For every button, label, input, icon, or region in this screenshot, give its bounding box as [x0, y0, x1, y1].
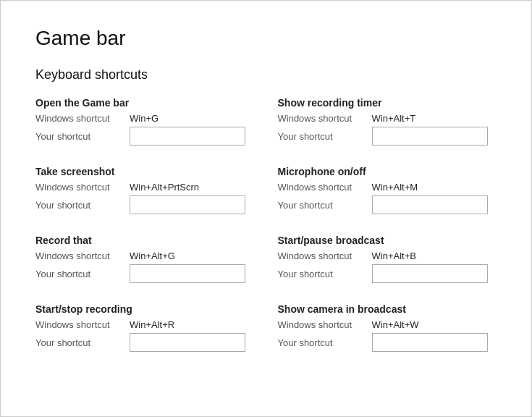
shortcut-group-start-pause-broadcast: Start/pause broadcast Windows shortcut W… — [278, 235, 497, 289]
windows-shortcut-row-microphone-onoff: Windows shortcut Win+Alt+M — [278, 182, 497, 193]
your-label-show-camera-broadcast: Your shortcut — [278, 337, 372, 348]
your-shortcut-input-start-pause-broadcast[interactable] — [372, 264, 488, 283]
shortcut-action-start-stop-recording: Start/stop recording — [35, 303, 255, 315]
windows-shortcut-row-take-screenshot: Windows shortcut Win+Alt+PrtScrn — [35, 182, 255, 193]
your-shortcut-input-show-camera-broadcast[interactable] — [372, 333, 488, 352]
page-container: Game bar Keyboard shortcuts Open the Gam… — [0, 0, 532, 417]
shortcuts-grid: Open the Game bar Windows shortcut Win+G… — [35, 97, 497, 372]
shortcut-group-record-that: Record that Windows shortcut Win+Alt+G Y… — [35, 235, 255, 289]
windows-label-record-that: Windows shortcut — [35, 250, 130, 261]
windows-label-microphone-onoff: Windows shortcut — [278, 182, 372, 193]
your-shortcut-input-take-screenshot[interactable] — [130, 195, 245, 214]
shortcut-group-show-camera-broadcast: Show camera in broadcast Windows shortcu… — [278, 303, 497, 358]
your-shortcut-row-start-pause-broadcast: Your shortcut — [278, 264, 497, 283]
your-shortcut-input-record-that[interactable] — [130, 264, 245, 283]
your-shortcut-input-microphone-onoff[interactable] — [372, 195, 488, 214]
windows-value-show-recording-timer: Win+Alt+T — [372, 113, 430, 124]
shortcut-group-microphone-onoff: Microphone on/off Windows shortcut Win+A… — [278, 166, 497, 220]
your-label-microphone-onoff: Your shortcut — [278, 200, 372, 211]
windows-value-show-camera-broadcast: Win+Alt+W — [372, 319, 430, 330]
windows-shortcut-row-start-stop-recording: Windows shortcut Win+Alt+R — [35, 319, 255, 330]
windows-value-microphone-onoff: Win+Alt+M — [372, 182, 430, 193]
shortcut-action-microphone-onoff: Microphone on/off — [278, 166, 497, 177]
windows-label-take-screenshot: Windows shortcut — [35, 182, 130, 193]
your-shortcut-row-show-recording-timer: Your shortcut — [278, 127, 497, 146]
windows-label-start-pause-broadcast: Windows shortcut — [278, 250, 372, 261]
your-label-start-stop-recording: Your shortcut — [35, 337, 130, 348]
windows-shortcut-row-open-game-bar: Windows shortcut Win+G — [35, 113, 255, 124]
your-shortcut-input-show-recording-timer[interactable] — [372, 127, 488, 146]
shortcut-action-show-camera-broadcast: Show camera in broadcast — [278, 303, 497, 315]
windows-label-show-recording-timer: Windows shortcut — [278, 113, 372, 124]
windows-value-open-game-bar: Win+G — [130, 113, 187, 124]
your-shortcut-row-open-game-bar: Your shortcut — [35, 127, 255, 146]
windows-shortcut-row-show-recording-timer: Windows shortcut Win+Alt+T — [278, 113, 497, 124]
your-shortcut-row-record-that: Your shortcut — [35, 264, 255, 283]
windows-value-record-that: Win+Alt+G — [130, 250, 187, 261]
your-shortcut-row-show-camera-broadcast: Your shortcut — [278, 333, 497, 352]
windows-value-take-screenshot: Win+Alt+PrtScrn — [130, 182, 199, 193]
your-label-open-game-bar: Your shortcut — [35, 131, 130, 142]
windows-label-open-game-bar: Windows shortcut — [35, 113, 130, 124]
shortcut-group-take-screenshot: Take screenshot Windows shortcut Win+Alt… — [35, 166, 255, 220]
windows-value-start-pause-broadcast: Win+Alt+B — [372, 250, 430, 261]
windows-value-start-stop-recording: Win+Alt+R — [130, 319, 187, 330]
your-label-show-recording-timer: Your shortcut — [278, 131, 372, 142]
your-label-record-that: Your shortcut — [35, 269, 130, 279]
section-title: Keyboard shortcuts — [35, 67, 497, 83]
shortcut-group-show-recording-timer: Show recording timer Windows shortcut Wi… — [278, 97, 497, 151]
your-shortcut-row-start-stop-recording: Your shortcut — [35, 333, 255, 352]
your-label-start-pause-broadcast: Your shortcut — [278, 269, 372, 279]
shortcut-action-show-recording-timer: Show recording timer — [278, 97, 497, 109]
shortcut-action-take-screenshot: Take screenshot — [35, 166, 255, 177]
your-shortcut-input-start-stop-recording[interactable] — [130, 333, 245, 352]
page-title: Game bar — [35, 27, 497, 50]
shortcut-action-open-game-bar: Open the Game bar — [35, 97, 255, 109]
your-shortcut-row-microphone-onoff: Your shortcut — [278, 195, 497, 214]
your-label-take-screenshot: Your shortcut — [35, 200, 130, 211]
shortcut-group-open-game-bar: Open the Game bar Windows shortcut Win+G… — [35, 97, 255, 151]
your-shortcut-input-open-game-bar[interactable] — [130, 127, 245, 146]
windows-label-start-stop-recording: Windows shortcut — [35, 319, 130, 330]
shortcut-group-start-stop-recording: Start/stop recording Windows shortcut Wi… — [35, 303, 255, 358]
windows-shortcut-row-record-that: Windows shortcut Win+Alt+G — [35, 250, 255, 261]
windows-shortcut-row-show-camera-broadcast: Windows shortcut Win+Alt+W — [278, 319, 497, 330]
shortcut-action-record-that: Record that — [35, 235, 255, 246]
windows-shortcut-row-start-pause-broadcast: Windows shortcut Win+Alt+B — [278, 250, 497, 261]
windows-label-show-camera-broadcast: Windows shortcut — [278, 319, 372, 330]
your-shortcut-row-take-screenshot: Your shortcut — [35, 195, 255, 214]
shortcut-action-start-pause-broadcast: Start/pause broadcast — [278, 235, 497, 246]
